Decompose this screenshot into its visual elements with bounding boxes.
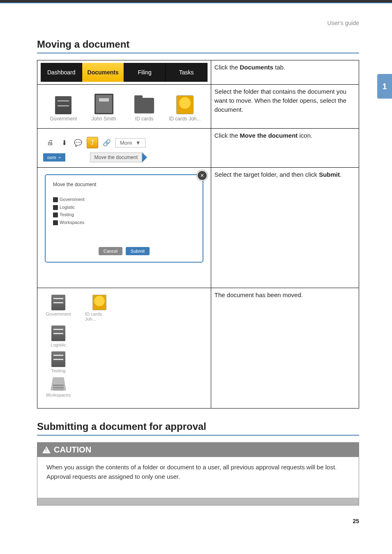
screenshot-row3: 🖨 ⬇ 💬 ⤴ 🔗 More ▼ oom	[37, 129, 211, 168]
cabinet-icon	[51, 351, 65, 367]
cabinet-icon	[55, 96, 71, 114]
text: Click the	[214, 64, 240, 71]
main-content: Moving a document Dashboard Documents Fi…	[0, 39, 392, 506]
move-document-icon[interactable]: ⤴	[87, 137, 98, 148]
result-label: ID cards Joh...	[85, 312, 114, 321]
move-document-tooltip: Move the document	[90, 152, 142, 162]
screenshot-row4: ✕ Move the document Government Logistic …	[37, 168, 211, 288]
chat-icon[interactable]: 💬	[73, 137, 83, 148]
result-label: Workspaces	[46, 392, 71, 397]
tab-documents[interactable]: Documents	[82, 63, 124, 82]
tab-bar: Dashboard Documents Filing Tasks	[41, 63, 208, 82]
tab-tasks[interactable]: Tasks	[166, 63, 207, 82]
folder-label: John Smith	[92, 116, 116, 122]
cabinet-icon	[51, 325, 65, 341]
page-number: 25	[0, 506, 392, 533]
more-button[interactable]: More ▼	[115, 138, 145, 148]
title-underline	[37, 435, 359, 436]
modal-title: Move the document	[53, 182, 195, 187]
top-border	[0, 0, 392, 3]
cabinet-icon	[53, 197, 58, 202]
description-row5: The document has been moved.	[211, 288, 359, 409]
folder-icon	[134, 98, 154, 113]
tree-label: Logistic	[60, 205, 75, 210]
caution-footer-bar	[37, 498, 359, 505]
tab-dashboard[interactable]: Dashboard	[41, 63, 82, 82]
workspace-icon	[51, 377, 66, 390]
text: icon.	[297, 132, 312, 139]
caution-triangle-icon	[42, 446, 51, 453]
folder-label: ID cards	[135, 116, 154, 122]
modal-close-icon[interactable]: ✕	[197, 170, 208, 181]
document-icon	[176, 95, 194, 114]
caution-header: CAUTION	[37, 443, 359, 457]
print-icon[interactable]: 🖨	[45, 137, 55, 148]
text: Select the target folder, and then click	[214, 171, 319, 178]
workspace-icon	[53, 220, 58, 225]
chapter-side-tab: 1	[377, 74, 392, 99]
caution-box: CAUTION When you assign the contents of …	[37, 442, 359, 506]
folder-tree: Government Logistic Testing Workspaces	[53, 196, 195, 226]
description-row1: Click the Documents tab.	[211, 60, 359, 85]
folder-label: ID cards Joh...	[169, 116, 201, 122]
section-title-submitting: Submitting a document for approval	[37, 421, 359, 432]
title-underline	[37, 53, 359, 53]
chevron-down-icon: ▼	[136, 140, 141, 146]
move-document-modal: ✕ Move the document Government Logistic …	[45, 174, 203, 263]
tree-label: Government	[60, 197, 85, 202]
cabinet-icon	[53, 205, 58, 210]
cabinet-icon	[51, 295, 65, 310]
document-icon	[92, 295, 106, 310]
tree-item-workspaces[interactable]: Workspaces	[53, 219, 195, 226]
more-label: More	[120, 140, 132, 146]
section-title-moving: Moving a document	[37, 39, 359, 50]
zoom-control[interactable]: oom ÷	[43, 153, 65, 162]
document-id-cards-joh[interactable]: ID cards Joh...	[169, 95, 201, 122]
result-label: Government	[46, 312, 71, 316]
tree-item-government[interactable]: Government	[53, 196, 195, 203]
tree-label: Testing	[60, 212, 74, 217]
text-bold: Move the document	[240, 132, 298, 139]
text-bold: Documents	[240, 64, 274, 71]
result-logistic[interactable]: Logistic	[44, 325, 73, 347]
result-label: Logistic	[51, 342, 66, 347]
text: Click the	[214, 132, 240, 139]
tree-item-logistic[interactable]: Logistic	[53, 203, 195, 211]
tooltip-arrow-icon	[142, 152, 147, 162]
screenshot-row5: Government ID cards Joh... Logistic	[37, 288, 211, 409]
result-workspaces[interactable]: Workspaces	[44, 377, 73, 397]
folder-label: Government	[50, 116, 77, 122]
description-row3: Click the Move the document icon.	[211, 129, 359, 168]
drawer-icon	[95, 94, 113, 114]
submit-button[interactable]: Submit	[126, 247, 150, 255]
screenshot-row1: Dashboard Documents Filing Tasks	[37, 60, 211, 85]
download-icon[interactable]: ⬇	[59, 137, 69, 148]
tree-item-testing[interactable]: Testing	[53, 211, 195, 219]
text: tab.	[273, 64, 285, 71]
result-government[interactable]: Government	[44, 295, 73, 321]
result-id-cards-joh[interactable]: ID cards Joh...	[85, 295, 114, 321]
text: .	[340, 171, 341, 178]
folder-government[interactable]: Government	[47, 96, 79, 122]
tab-filing[interactable]: Filing	[124, 63, 166, 82]
instruction-table: Dashboard Documents Filing Tasks Click t…	[37, 60, 359, 409]
caution-label: CAUTION	[54, 445, 91, 455]
description-row2: Select the folder that contains the docu…	[211, 85, 359, 129]
cabinet-icon	[53, 212, 58, 217]
result-label: Testing	[51, 368, 66, 373]
caution-body: When you assign the contents of a folder…	[37, 457, 359, 498]
result-testing[interactable]: Testing	[44, 351, 73, 373]
zoom-symbol: ÷	[59, 155, 61, 160]
folder-id-cards[interactable]: ID cards	[128, 98, 160, 122]
link-icon[interactable]: 🔗	[101, 137, 112, 148]
folder-john-smith[interactable]: John Smith	[88, 94, 120, 122]
cancel-button[interactable]: Cancel	[99, 247, 122, 255]
header-doc-title: User's guide	[0, 3, 392, 30]
zoom-label: oom	[47, 155, 56, 160]
page: 1 User's guide Moving a document Dashboa…	[0, 0, 392, 533]
tree-label: Workspaces	[60, 220, 84, 225]
description-row4: Select the target folder, and then click…	[211, 168, 359, 288]
screenshot-row2: Government John Smith ID cards ID c	[37, 85, 211, 129]
text-bold: Submit	[319, 171, 340, 178]
